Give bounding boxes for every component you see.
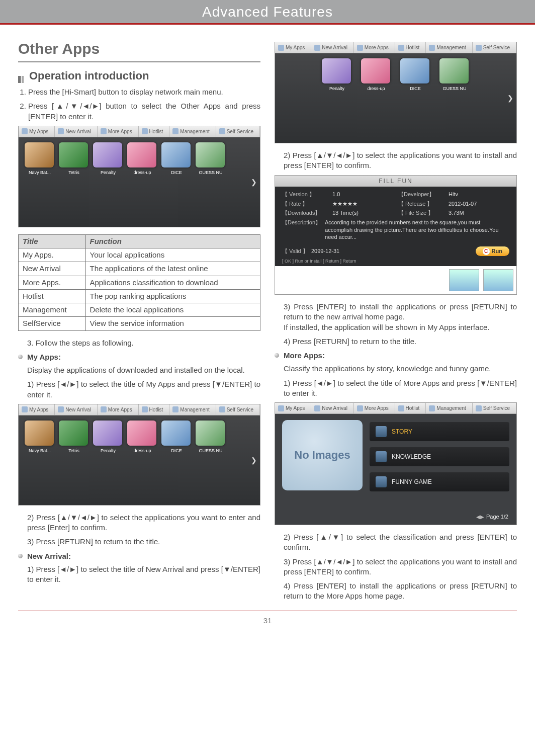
- moreapps-step1: 1) Press [◄/►] to select the title of Mo…: [275, 378, 517, 399]
- app-item[interactable]: Penalty: [322, 58, 352, 92]
- table-row: ManagementDelete the local applications: [19, 303, 260, 317]
- folder-icon: [376, 476, 387, 487]
- no-images-placeholder: No Images: [282, 420, 363, 490]
- scroll-right-icon[interactable]: ❯: [507, 94, 513, 103]
- hot-icon: [398, 45, 404, 51]
- tab-myapps[interactable]: My Apps: [275, 403, 311, 413]
- app-item[interactable]: GUESS NU: [196, 421, 226, 454]
- thumbnail: [483, 269, 513, 291]
- filesize-label: 【 File Size 】: [398, 209, 443, 217]
- content-columns: Other Apps Operation introduction Press …: [0, 25, 535, 611]
- tab-myapps[interactable]: My Apps: [19, 126, 55, 137]
- grid-icon: [22, 128, 28, 134]
- app-icon: [322, 58, 351, 83]
- myapps-step2: 2) Press [▲/▼/◄/►] to select the applica…: [18, 513, 260, 533]
- tab-hotlist[interactable]: Hotlist: [139, 126, 170, 137]
- th-title: Title: [19, 234, 86, 248]
- tab-moreapps[interactable]: More Apps: [98, 126, 139, 137]
- app-icon: [127, 142, 156, 167]
- description-label: 【Description】: [282, 219, 321, 240]
- tab-myapps[interactable]: My Apps: [275, 42, 311, 53]
- left-column: Other Apps Operation introduction Press …: [18, 39, 260, 606]
- tools-icon: [429, 405, 435, 411]
- tab-moreapps[interactable]: More Apps: [354, 403, 395, 413]
- tab-management[interactable]: Management: [169, 404, 216, 415]
- category-story[interactable]: STORY: [370, 422, 509, 441]
- tab-management[interactable]: Management: [426, 403, 472, 413]
- tab-newarrival[interactable]: New Arrival: [311, 403, 354, 413]
- category-funnygame[interactable]: FUNNY GAME: [370, 472, 509, 491]
- description-text: According to the provided numbers next t…: [325, 219, 509, 240]
- app-item[interactable]: dress-up: [361, 58, 391, 92]
- release-value: 2012-01-07: [449, 200, 509, 208]
- filesize-value: 3.73M: [449, 209, 509, 217]
- tab-selfservice[interactable]: Self Service: [473, 42, 516, 53]
- tab-selfservice[interactable]: Self Service: [216, 126, 260, 137]
- section-title: Other Apps: [18, 39, 260, 62]
- tab-moreapps[interactable]: More Apps: [354, 42, 395, 53]
- tab-selfservice[interactable]: Self Service: [216, 404, 260, 415]
- tab-hotlist[interactable]: Hotlist: [139, 404, 170, 415]
- app-icon: [161, 142, 191, 167]
- table-row: HotlistThe pop ranking applications: [19, 289, 260, 303]
- app-icon: [196, 142, 225, 167]
- newarrival-step4: 4) Press [RETURN] to return to the title…: [275, 337, 517, 347]
- app-item[interactable]: dress-up: [127, 421, 157, 454]
- category-knowledge[interactable]: KNOWLEDGE: [370, 447, 509, 466]
- tab-moreapps[interactable]: More Apps: [98, 404, 139, 415]
- new-icon: [58, 128, 64, 134]
- app-item[interactable]: DICE: [400, 58, 430, 92]
- app-item[interactable]: DICE: [161, 421, 192, 454]
- app-item[interactable]: Navy Bat...: [25, 142, 55, 176]
- grid-icon: [22, 406, 28, 412]
- tab-newarrival[interactable]: New Arrival: [311, 42, 354, 53]
- app-item[interactable]: GUESS NU: [196, 142, 226, 176]
- app-item[interactable]: Penalty: [93, 142, 123, 176]
- table-row: SelfServiceView the service information: [19, 317, 260, 330]
- section-subtitle: Operation introduction: [18, 68, 260, 83]
- screenshot-moreapps-categories: My Apps New Arrival More Apps Hotlist Ma…: [275, 402, 517, 525]
- app-item[interactable]: DICE: [161, 142, 192, 176]
- scroll-right-icon[interactable]: ❯: [251, 455, 257, 465]
- moreapps-heading: More Apps:: [275, 351, 517, 361]
- app-item[interactable]: dress-up: [127, 142, 157, 176]
- tab-management[interactable]: Management: [169, 126, 216, 137]
- app-item[interactable]: Tetris: [59, 142, 89, 176]
- thumbnail-strip: [275, 266, 516, 294]
- myapps-step1: 1) Press [◄/►] to select the title of My…: [18, 379, 260, 400]
- app-item[interactable]: Penalty: [93, 421, 123, 454]
- app-item[interactable]: Navy Bat...: [25, 421, 55, 454]
- thumbnail: [449, 269, 479, 291]
- new-icon: [58, 406, 64, 412]
- scroll-right-icon[interactable]: ❯: [251, 177, 257, 187]
- tab-selfservice[interactable]: Self Service: [473, 403, 516, 413]
- rate-value: ★★★★★: [332, 200, 393, 208]
- table-row: My Apps.Your local applications: [19, 248, 260, 262]
- run-button[interactable]: CRun: [476, 246, 509, 256]
- tab-newarrival[interactable]: New Arrival: [55, 126, 98, 137]
- app-item[interactable]: GUESS NU: [439, 58, 470, 92]
- valid-label: 【 Valid 】: [282, 248, 308, 254]
- app-item[interactable]: Tetris: [59, 421, 89, 454]
- downloads-value: 13 Time(s): [332, 209, 393, 217]
- left-right-icon: ◀▶: [476, 514, 484, 521]
- chevron-icon: [18, 72, 25, 79]
- screenshot-apps-grid-2: My Apps New Arrival More Apps Hotlist Ma…: [18, 404, 260, 506]
- tab-hotlist[interactable]: Hotlist: [395, 42, 426, 53]
- grid-icon: [278, 405, 284, 411]
- page-header-title: Advanced Features: [0, 4, 535, 20]
- app-icon: [93, 421, 122, 446]
- tab-newarrival[interactable]: New Arrival: [55, 404, 98, 415]
- more-icon: [101, 406, 107, 412]
- app-icon: [439, 58, 469, 83]
- developer-value: Hitv: [449, 191, 509, 198]
- new-icon: [314, 405, 320, 411]
- myapps-step3: 3) Press [RETURN] to return to the title…: [18, 537, 260, 547]
- detail-title: FILL FUN: [275, 176, 516, 187]
- moreapps-step3: 3) Press [▲/▼/◄/►] to select the applica…: [275, 557, 517, 577]
- tab-management[interactable]: Management: [426, 42, 472, 53]
- svg-rect-1: [22, 76, 24, 83]
- app-icon: [59, 421, 88, 446]
- tab-hotlist[interactable]: Hotlist: [395, 403, 426, 413]
- tab-myapps[interactable]: My Apps: [19, 404, 55, 415]
